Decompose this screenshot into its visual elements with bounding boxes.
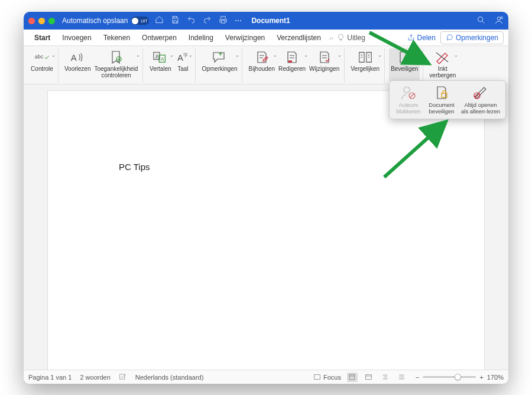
accessibility-icon [108, 50, 124, 65]
status-page[interactable]: Pagina 1 van 1 [28, 374, 72, 381]
ribbon-controle[interactable]: abc ⌄ Controle [29, 48, 55, 81]
autosave-label: Automatisch opslaan [62, 17, 128, 25]
autosave-toggle[interactable]: UIT [131, 17, 149, 25]
search-icon[interactable] [476, 15, 486, 27]
quick-access-toolbar: ⋯ [155, 15, 243, 26]
popup-document-beveiligen[interactable]: Document beveiligen [425, 83, 458, 116]
hide-ink-icon [435, 50, 450, 65]
zoom-in-icon[interactable]: + [479, 374, 483, 381]
read-aloud-icon: A [70, 50, 85, 65]
focus-button[interactable]: Focus [313, 373, 341, 381]
status-proofing-icon[interactable] [119, 373, 127, 382]
svg-text:A: A [161, 56, 164, 62]
svg-rect-16 [366, 375, 372, 380]
autosave-control[interactable]: Automatisch opslaan UIT [62, 17, 149, 25]
ribbon-opmerkingen[interactable]: ⌄ Opmerkingen [200, 48, 239, 81]
tab-indeling[interactable]: Indeling [183, 34, 219, 42]
svg-text:A: A [71, 53, 77, 63]
svg-point-1 [497, 17, 500, 19]
svg-point-0 [478, 17, 483, 21]
status-wordcount[interactable]: 2 woorden [80, 374, 110, 381]
ribbon-vertalen[interactable]: あA ⌄ Vertalen [147, 48, 173, 81]
zoom-slider[interactable] [423, 376, 476, 378]
svg-text:字: 字 [183, 53, 188, 58]
account-icon[interactable] [494, 15, 504, 27]
tab-invoegen[interactable]: Invoegen [56, 34, 97, 42]
ribbon-inkt-verbergen[interactable]: ⌄ Inkt verbergen [427, 48, 458, 81]
more-icon[interactable]: ⋯ [235, 17, 243, 25]
view-outline-icon[interactable] [380, 373, 391, 382]
view-draft-icon[interactable] [397, 373, 407, 382]
close-window-icon[interactable] [28, 18, 35, 24]
protect-icon [397, 50, 412, 65]
tab-start[interactable]: Start [28, 34, 56, 42]
compare-icon [358, 50, 373, 65]
window-traffic-lights [28, 18, 55, 24]
tab-verzendlijsten[interactable]: Verzendlijsten [271, 34, 327, 42]
document-title: Document1 [251, 17, 290, 25]
review-icon [284, 50, 300, 65]
svg-rect-19 [442, 93, 447, 97]
ribbon-wijzigingen[interactable]: ⌄ Wijzigingen [307, 48, 341, 81]
titlebar: Automatisch opslaan UIT ⋯ Document1 [24, 12, 508, 30]
svg-point-2 [501, 17, 502, 18]
svg-rect-13 [120, 374, 125, 378]
ribbon-toegankelijkheid[interactable]: ⌄ Toegankelijkheid controleren [92, 48, 140, 81]
comments-button[interactable]: Opmerkingen [440, 31, 504, 44]
ribbon: abc ⌄ Controle A Voorlezen ⌄ Toegankelij… [24, 46, 508, 84]
document-text: PC Tips [119, 162, 150, 172]
document-page[interactable]: PC Tips [47, 90, 485, 370]
zoom-level[interactable]: 170% [487, 374, 504, 381]
svg-text:abc: abc [35, 54, 44, 60]
spellcheck-icon: abc [34, 50, 50, 65]
translate-icon: あA [153, 50, 168, 65]
svg-rect-14 [314, 375, 320, 380]
minimize-window-icon[interactable] [38, 18, 45, 24]
ribbon-bijhouden[interactable]: ⌄ Bijhouden [246, 48, 276, 81]
svg-point-17 [404, 87, 410, 93]
svg-text:あ: あ [155, 53, 160, 59]
view-web-layout-icon[interactable] [364, 373, 374, 382]
status-language[interactable]: Nederlands (standaard) [135, 374, 204, 381]
zoom-out-icon[interactable]: − [416, 374, 419, 381]
tab-verwijzingen[interactable]: Verwijzingen [219, 34, 271, 42]
ribbon-beveiligen[interactable]: ⌄ Beveiligen [389, 48, 420, 81]
status-bar: Pagina 1 van 1 2 woorden Nederlands (sta… [24, 370, 508, 384]
share-button[interactable]: Delen [407, 34, 436, 42]
maximize-window-icon[interactable] [48, 18, 55, 24]
undo-icon[interactable] [187, 15, 196, 26]
changes-icon [317, 50, 332, 65]
print-icon[interactable] [219, 15, 228, 26]
ribbon-vergelijken[interactable]: ⌄ Vergelijken [349, 48, 381, 81]
home-icon[interactable] [155, 15, 164, 26]
ribbon-taal[interactable]: A字 ⌄ Taal [173, 48, 192, 81]
ribbon-voorlezen[interactable]: A Voorlezen [63, 48, 92, 81]
popup-alleen-lezen[interactable]: Altijd openen als alleen-lezen [458, 83, 503, 116]
tab-tekenen[interactable]: Tekenen [98, 34, 136, 42]
tell-me-button[interactable]: Uitleg [336, 34, 365, 42]
tab-ontwerpen[interactable]: Ontwerpen [136, 34, 183, 42]
save-icon[interactable] [171, 15, 180, 26]
new-comment-icon [212, 50, 227, 65]
protect-dropdown: Auteurs blokkeren Document beveiligen Al… [389, 80, 506, 119]
svg-rect-15 [350, 374, 355, 380]
popup-auteurs-blokkeren: Auteurs blokkeren [392, 83, 425, 116]
zoom-control[interactable]: − + 170% [416, 374, 504, 381]
document-canvas[interactable]: PC Tips [24, 84, 508, 370]
view-print-layout-icon[interactable] [347, 373, 358, 382]
redo-icon[interactable] [203, 15, 212, 26]
track-changes-icon [254, 50, 270, 65]
ribbon-tabs: Start Invoegen Tekenen Ontwerpen Indelin… [24, 30, 508, 46]
tabs-overflow-icon[interactable]: ›› [327, 34, 336, 41]
ribbon-redigeren[interactable]: ⌄ Redigeren [277, 48, 307, 81]
svg-text:A: A [177, 53, 183, 63]
